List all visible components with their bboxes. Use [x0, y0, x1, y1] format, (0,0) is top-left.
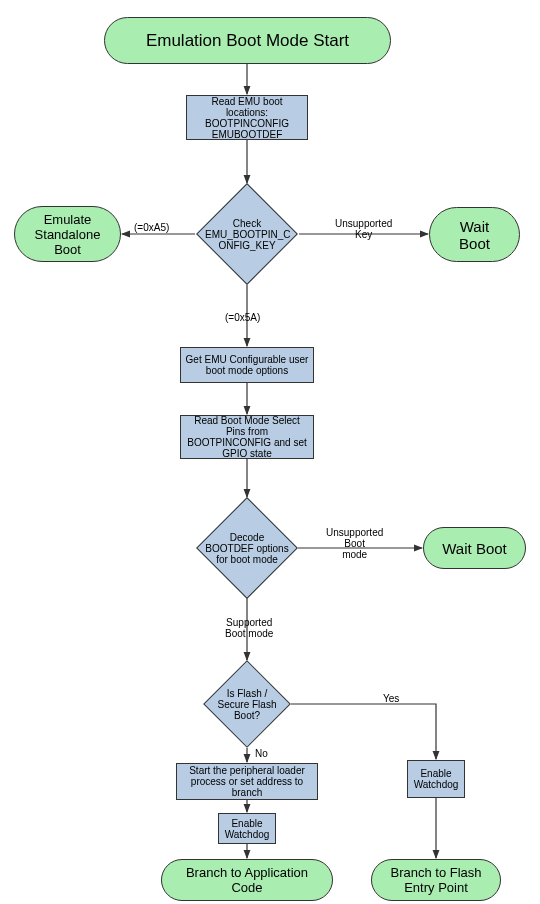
- label-unsupported-boot: Unsupported Boot mode: [326, 527, 383, 560]
- terminal-wait-boot-1: Wait Boot: [429, 207, 520, 262]
- read-pins-label: Read Boot Mode Select Pins from BOOTPINC…: [185, 415, 309, 459]
- enable-wd2-label: Enable Watchdog: [412, 768, 460, 790]
- decode-bootdef-l3: for boot mode: [216, 554, 278, 565]
- process-start-loader: Start the peripheral loader process or s…: [176, 763, 318, 800]
- label-supported-boot: Supported Boot mode: [225, 617, 273, 639]
- process-enable-watchdog-2: Enable Watchdog: [407, 760, 465, 798]
- terminal-start: Emulation Boot Mode Start: [104, 17, 391, 64]
- branch-flash-l2: Entry Point: [404, 880, 468, 895]
- branch-app-l2: Code: [231, 880, 262, 895]
- branch-app-l1: Branch to Application: [186, 865, 308, 880]
- label-yes: Yes: [383, 693, 399, 704]
- emu-standalone-l1: Emulate: [44, 212, 92, 227]
- process-enable-watchdog-1: Enable Watchdog: [218, 813, 276, 844]
- process-read-pins: Read Boot Mode Select Pins from BOOTPINC…: [180, 415, 314, 459]
- wait-boot1-l2: Boot: [459, 235, 490, 252]
- check-key-l1: Check: [233, 218, 261, 229]
- terminal-emulate-standalone: Emulate Standalone Boot: [14, 206, 121, 262]
- check-key-l3: ONFIG_KEY: [218, 240, 275, 251]
- decision-is-flash: Is Flash / Secure Flash Boot?: [216, 673, 278, 735]
- emu-standalone-l3: Boot: [54, 242, 81, 257]
- is-flash-l1: Is Flash /: [227, 688, 268, 699]
- label-a5: (=0xA5): [134, 222, 169, 233]
- enable-wd1-label: Enable Watchdog: [223, 818, 271, 840]
- read-emu-l1: Read EMU boot locations:: [191, 96, 303, 118]
- terminal-wait-boot-2: Wait Boot: [423, 527, 526, 569]
- decision-decode-bootdef: Decode BOOTDEF options for boot mode: [211, 512, 283, 584]
- process-get-emu-opts: Get EMU Configurable user boot mode opti…: [180, 347, 314, 383]
- label-unsupported-key: Unsupported Key: [335, 218, 392, 240]
- wait-boot1-l1: Wait: [460, 218, 489, 235]
- check-key-l2: EMU_BOOTPIN_C: [205, 229, 291, 240]
- terminal-branch-flash: Branch to Flash Entry Point: [371, 859, 501, 901]
- start-loader-label: Start the peripheral loader process or s…: [181, 765, 313, 798]
- is-flash-l3: Boot?: [234, 710, 260, 721]
- get-emu-opts-label: Get EMU Configurable user boot mode opti…: [185, 354, 309, 376]
- branch-flash-l1: Branch to Flash: [390, 865, 481, 880]
- read-emu-l2: BOOTPINCONFIG: [205, 118, 289, 129]
- read-emu-l3: EMUBOOTDEF: [212, 129, 283, 140]
- emu-standalone-l2: Standalone: [35, 227, 101, 242]
- decode-bootdef-l1: Decode: [230, 532, 264, 543]
- label-no: No: [255, 748, 268, 759]
- label-5a: (=0x5A): [225, 312, 260, 323]
- terminal-branch-app: Branch to Application Code: [161, 859, 333, 901]
- wait-boot2-label: Wait Boot: [442, 540, 506, 557]
- start-label: Emulation Boot Mode Start: [146, 31, 349, 51]
- decode-bootdef-l2: BOOTDEF options: [205, 543, 288, 554]
- is-flash-l2: Secure Flash: [218, 699, 277, 710]
- process-read-emu: Read EMU boot locations: BOOTPINCONFIG E…: [186, 95, 308, 140]
- decision-check-key: Check EMU_BOOTPIN_C ONFIG_KEY: [211, 198, 283, 270]
